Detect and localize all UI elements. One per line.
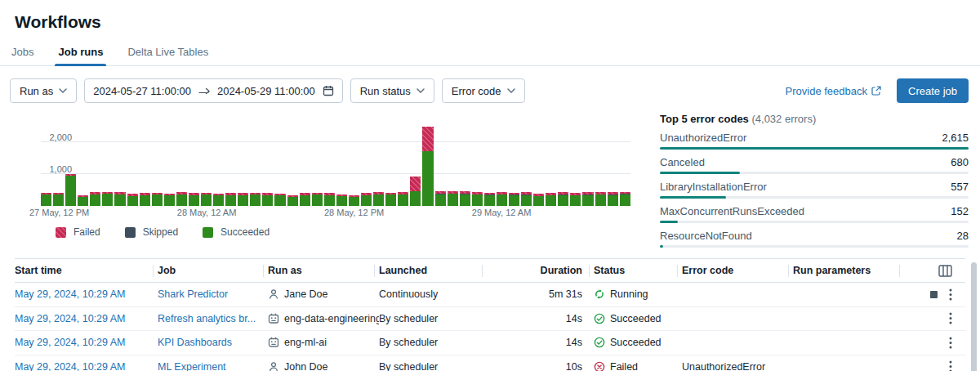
start-time-link[interactable]: May 29, 2024, 10:29 AM <box>15 313 126 324</box>
tab-delta-live-tables[interactable]: Delta Live Tables <box>126 46 210 65</box>
chart-bar[interactable] <box>114 192 125 206</box>
chart-bar[interactable] <box>373 192 384 206</box>
kebab-menu-icon[interactable] <box>949 360 952 371</box>
chart-bar[interactable] <box>250 193 261 206</box>
chart-bar[interactable] <box>287 195 298 206</box>
chart-bar[interactable] <box>140 193 150 206</box>
kebab-menu-icon[interactable] <box>949 288 952 301</box>
failed-swatch-icon <box>56 227 66 238</box>
chart-bar[interactable] <box>262 193 273 206</box>
table-header-row: Start time Job Run as Launched Duration … <box>15 259 965 283</box>
chart-bar[interactable] <box>189 193 199 206</box>
chart-bar[interactable] <box>127 194 138 206</box>
run-status-filter[interactable]: Run status <box>350 78 434 103</box>
chart-bar[interactable] <box>152 193 163 206</box>
chart-bar[interactable] <box>460 191 470 206</box>
job-link[interactable]: Refresh analytics br... <box>158 313 256 324</box>
chart-bar[interactable] <box>484 193 495 206</box>
chart-bar[interactable] <box>608 192 618 206</box>
chart-bar[interactable] <box>533 194 544 206</box>
chart-bar[interactable] <box>422 127 433 206</box>
external-link-icon <box>871 86 881 96</box>
chart-bar[interactable] <box>312 193 323 206</box>
error-code-value: 28 <box>957 230 969 242</box>
error-code-item[interactable]: ResourceNotFound28 <box>660 230 969 248</box>
chart-bar[interactable] <box>472 192 483 206</box>
tab-job-runs[interactable]: Job runs <box>56 46 105 65</box>
legend-item-failed[interactable]: Failed <box>56 226 100 238</box>
chart-bar[interactable] <box>78 195 88 206</box>
chart-bar[interactable] <box>497 192 507 206</box>
chart-bar[interactable] <box>398 192 408 206</box>
table-row: May 29, 2024, 10:29 AM ML Experiment Joh… <box>15 355 965 371</box>
chart-bar[interactable] <box>238 193 248 206</box>
chart-bar[interactable] <box>164 194 175 206</box>
error-code-item[interactable]: LibraryInstallationError557 <box>660 181 969 199</box>
legend-item-succeeded[interactable]: Succeeded <box>203 226 270 238</box>
kebab-menu-icon[interactable] <box>949 337 952 349</box>
error-code-cell: UnauthorizedError <box>682 361 793 371</box>
column-header-actions <box>904 259 965 282</box>
chart-bar[interactable] <box>65 174 76 206</box>
chart-bar[interactable] <box>410 177 421 206</box>
stop-run-button[interactable] <box>930 291 938 298</box>
chart-bar[interactable] <box>558 192 568 206</box>
chart-bar[interactable] <box>546 193 556 206</box>
chart-bar[interactable] <box>41 193 51 206</box>
chart-bar[interactable] <box>225 193 236 206</box>
tab-jobs[interactable]: Jobs <box>10 46 35 65</box>
chart-bar[interactable] <box>385 193 396 206</box>
chart-bar[interactable] <box>274 194 285 206</box>
date-range-end: 2024-05-29 11:00:00 <box>217 85 315 97</box>
job-link[interactable]: Shark Predictor <box>158 288 228 300</box>
error-code-item[interactable]: UnauthorizedError2,615 <box>660 132 969 150</box>
overview-row: 0 1,000 2,000 27 May, 12 PM 28 May, 12 A… <box>7 114 969 248</box>
run-as-filter[interactable]: Run as <box>10 78 77 103</box>
chart-bar[interactable] <box>53 193 64 206</box>
create-job-button[interactable]: Create job <box>897 78 969 103</box>
top-error-codes-count: (4,032 errors) <box>751 113 816 125</box>
error-bar-track <box>660 172 969 174</box>
chart-bar[interactable] <box>595 192 606 206</box>
legend-item-skipped[interactable]: Skipped <box>125 226 178 238</box>
chart-bars <box>41 123 630 206</box>
job-link[interactable]: ML Experiment <box>158 361 226 371</box>
chart-bar[interactable] <box>336 194 347 206</box>
chart-bar[interactable] <box>176 192 187 206</box>
legend-label-skipped: Skipped <box>143 226 178 238</box>
start-time-link[interactable]: May 29, 2024, 10:29 AM <box>15 361 126 371</box>
error-bar-track <box>660 147 969 150</box>
error-bar-fill <box>660 147 969 150</box>
chart-bar[interactable] <box>509 193 519 206</box>
duration-value: 5m 31s <box>487 288 594 300</box>
chart-bar[interactable] <box>570 193 581 206</box>
start-time-link[interactable]: May 29, 2024, 10:29 AM <box>15 288 126 300</box>
run-as-value: John Doe <box>284 361 328 371</box>
date-range-filter[interactable]: 2024-05-27 11:00:00 2024-05-29 11:00:00 <box>84 78 343 103</box>
columns-settings-icon[interactable] <box>938 265 952 277</box>
chart-bar[interactable] <box>582 192 593 206</box>
chart-bar[interactable] <box>448 191 458 206</box>
start-time-link[interactable]: May 29, 2024, 10:29 AM <box>15 337 126 348</box>
chart-bar[interactable] <box>349 195 359 206</box>
status-value: Succeeded <box>610 337 662 348</box>
chart-bar[interactable] <box>213 194 224 206</box>
chart-bar[interactable] <box>90 192 100 206</box>
error-code-label: UnauthorizedError <box>660 132 746 144</box>
provide-feedback-link[interactable]: Provide feedback <box>786 85 881 97</box>
chart-bar[interactable] <box>324 193 335 206</box>
kebab-menu-icon[interactable] <box>949 312 952 324</box>
error-code-item[interactable]: Canceled680 <box>660 156 969 174</box>
vertical-scrollbar[interactable] <box>971 262 977 371</box>
chart-bar[interactable] <box>102 192 113 206</box>
error-code-item[interactable]: MaxConcurrentRunsExceeded152 <box>660 205 969 223</box>
job-link[interactable]: KPI Dashboards <box>158 337 232 348</box>
chart-bar[interactable] <box>361 193 372 206</box>
chart-bar[interactable] <box>201 193 212 206</box>
provide-feedback-label: Provide feedback <box>786 85 867 97</box>
chart-bar[interactable] <box>435 191 446 206</box>
chart-bar[interactable] <box>521 192 532 206</box>
chart-bar[interactable] <box>300 193 310 206</box>
chart-bar[interactable] <box>620 192 630 206</box>
error-code-filter[interactable]: Error code <box>442 78 525 103</box>
